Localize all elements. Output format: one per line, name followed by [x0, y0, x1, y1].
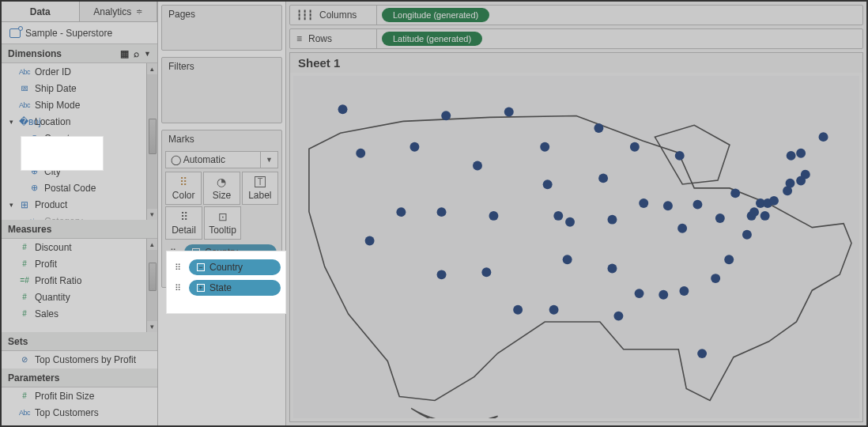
rows-icon: ≡ [296, 33, 302, 44]
view-mode-icon[interactable]: ▦ [120, 48, 129, 59]
svg-point-18 [565, 217, 575, 227]
svg-point-32 [693, 200, 702, 210]
svg-point-33 [697, 349, 707, 358]
globe-icon: ⊕ [28, 133, 40, 143]
svg-point-7 [441, 111, 451, 120]
marks-tooltip[interactable]: ⊡Tooltip [204, 206, 241, 240]
svg-point-10 [473, 161, 482, 171]
label-icon: 🅃︎ [255, 176, 266, 188]
expand-icon[interactable]: + [192, 269, 200, 277]
app-frame: ⠿ −Country ⠿ +State Data Analytics≑ Samp… [0, 0, 868, 427]
pill-longitude[interactable]: Longitude (generated) [382, 8, 489, 22]
svg-point-49 [801, 170, 810, 179]
sheet-view: Sheet 1 [289, 52, 863, 422]
svg-point-4 [409, 142, 419, 152]
parameters-header[interactable]: Parameters [2, 368, 157, 387]
svg-point-34 [711, 274, 720, 283]
size-icon: ◔ [217, 176, 226, 188]
columns-icon: ┇┇┇ [296, 9, 313, 21]
scrollbar[interactable]: ▴ ▾ [146, 239, 157, 332]
sheet-title[interactable]: Sheet 1 [290, 53, 862, 73]
datasource-row[interactable]: Sample - Superstore [2, 22, 157, 44]
dimensions-list: AbcOrder ID 📅︎Ship Date AbcShip Mode ▾�в… [2, 63, 157, 220]
mark-type-select[interactable]: ◯ Automatic▼ [165, 151, 278, 168]
detail-icon: ⠿ [180, 210, 188, 223]
measures-header[interactable]: Measures [2, 220, 157, 239]
datasource-icon [9, 28, 21, 38]
svg-point-14 [540, 142, 549, 152]
shelf-column: Pages Filters Marks ◯ Automatic▼ ⠿Color … [158, 2, 286, 425]
svg-point-24 [630, 142, 640, 152]
svg-point-38 [742, 230, 752, 240]
svg-point-30 [677, 224, 687, 233]
collapse-icon[interactable]: − [192, 248, 200, 256]
svg-point-44 [769, 196, 779, 206]
marks-detail[interactable]: ⠿Detail [165, 206, 202, 240]
svg-point-40 [749, 207, 759, 217]
pages-shelf[interactable]: Pages [161, 5, 282, 51]
color-icon: ⠿ [179, 176, 187, 188]
pill-state[interactable]: ⠿ +State [167, 265, 277, 281]
dim-state[interactable]: ⊕State [2, 146, 157, 163]
tab-data[interactable]: Data [2, 2, 80, 21]
svg-point-36 [724, 255, 734, 264]
svg-point-11 [504, 107, 514, 116]
svg-point-31 [679, 286, 689, 296]
search-icon[interactable]: ⌕ [134, 48, 139, 59]
svg-point-27 [659, 290, 668, 300]
svg-point-29 [675, 151, 685, 161]
hierarchy-icon: �вој [19, 116, 30, 127]
detail-icon: ⠿ [167, 248, 179, 258]
svg-point-16 [549, 305, 559, 315]
svg-point-8 [481, 267, 491, 277]
svg-point-51 [787, 151, 796, 161]
svg-point-46 [786, 179, 795, 188]
svg-point-25 [639, 198, 648, 208]
svg-point-50 [819, 132, 828, 142]
calendar-icon: 📅︎ [19, 84, 30, 93]
marks-label[interactable]: 🅃︎Label [242, 172, 278, 205]
svg-point-22 [607, 263, 617, 273]
data-points [338, 104, 828, 358]
tab-analytics[interactable]: Analytics≑ [80, 2, 158, 21]
dimensions-header[interactable]: Dimensions ▦⌕▼ [2, 44, 157, 63]
svg-point-35 [715, 214, 725, 223]
svg-point-15 [553, 211, 563, 221]
dim-country[interactable]: ⊕Country [2, 130, 157, 146]
svg-point-21 [607, 215, 617, 225]
svg-point-0 [338, 104, 348, 114]
svg-point-28 [663, 201, 673, 210]
detail-icon: ⠿ [167, 268, 179, 278]
svg-point-3 [396, 207, 406, 217]
tooltip-icon: ⊡ [218, 210, 228, 223]
marks-size[interactable]: ◔Size [203, 172, 240, 205]
svg-point-20 [598, 173, 608, 183]
svg-point-19 [594, 123, 603, 133]
map-outline [309, 115, 851, 418]
data-pane: Data Analytics≑ Sample - Superstore Dime… [2, 2, 158, 425]
columns-shelf[interactable]: ┇┇┇Columns Longitude (generated) [289, 5, 863, 25]
map-svg [293, 76, 859, 418]
map-viz[interactable] [293, 76, 859, 418]
scrollbar[interactable]: ▴ ▾ [146, 63, 157, 220]
sets-header[interactable]: Sets [2, 332, 157, 351]
marks-color[interactable]: ⠿Color [165, 172, 202, 205]
pill-country[interactable]: ⠿ −Country [167, 244, 277, 260]
svg-point-17 [563, 255, 572, 264]
pill-latitude[interactable]: Latitude (generated) [382, 32, 482, 46]
measures-list: #Discount #Profit =#Profit Ratio #Quanti… [2, 239, 157, 332]
filters-shelf[interactable]: Filters [161, 57, 282, 123]
menu-caret-icon[interactable]: ▼ [144, 50, 151, 58]
svg-point-48 [796, 149, 806, 158]
svg-point-26 [635, 289, 644, 298]
rows-shelf[interactable]: ≡Rows Latitude (generated) [289, 28, 863, 49]
svg-point-43 [760, 211, 770, 221]
svg-point-12 [513, 305, 523, 315]
marks-card: Marks ◯ Automatic▼ ⠿Color ◔Size 🅃︎Label … [161, 130, 282, 288]
svg-point-1 [356, 149, 365, 158]
svg-point-9 [489, 211, 498, 221]
set-icon: ⊘ [19, 355, 30, 364]
svg-point-23 [613, 312, 623, 321]
svg-point-5 [437, 270, 447, 279]
worksheet-area: ┇┇┇Columns Longitude (generated) ≡Rows L… [286, 2, 866, 425]
